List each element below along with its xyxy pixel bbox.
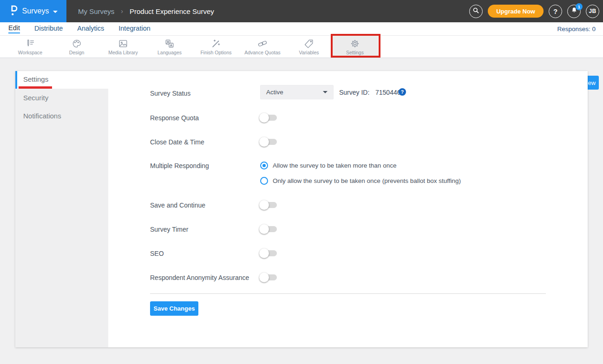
search-icon — [472, 7, 479, 16]
close-date-time-label: Close Date & Time — [150, 137, 204, 147]
save-and-continue-label: Save and Continue — [150, 201, 205, 210]
design-palette-icon — [72, 39, 82, 49]
close-date-time-toggle[interactable] — [260, 137, 277, 147]
settings-gear-icon — [350, 39, 360, 49]
response-quota-label: Response Quota — [150, 113, 199, 123]
toolbar-item-media-library[interactable]: Media Library — [100, 36, 146, 58]
settings-sidebar: Security Notifications — [15, 89, 108, 347]
chevron-down-icon — [53, 11, 58, 13]
multiple-responding-label: Multiple Responding — [150, 161, 209, 170]
radio-unselected-icon[interactable] — [260, 177, 268, 185]
tab-analytics[interactable]: Analytics — [77, 25, 104, 33]
response-quota-toggle[interactable] — [260, 113, 277, 123]
toolbar-label: Advance Quotas — [244, 50, 281, 55]
survey-status-value: Active — [266, 89, 283, 96]
chevron-down-icon — [323, 91, 328, 93]
sidebar-item-security[interactable]: Security — [15, 89, 108, 107]
toolbar-item-variables[interactable]: Variables — [286, 36, 332, 58]
variables-tag-icon — [304, 39, 314, 49]
seo-toggle[interactable] — [260, 248, 277, 258]
toggle-knob — [259, 248, 269, 258]
sidebar-item-notifications[interactable]: Notifications — [15, 107, 108, 125]
avatar-initials: JB — [589, 8, 596, 14]
questionpro-logo-icon — [9, 5, 18, 18]
survey-timer-toggle[interactable] — [260, 224, 277, 234]
question-mark-icon: ? — [553, 7, 557, 15]
sidebar-item-label: Security — [23, 94, 48, 102]
edit-toolbar: Workspace Design Media Library — [0, 36, 603, 58]
product-label: Surveys — [22, 7, 49, 15]
save-and-continue-toggle[interactable] — [260, 200, 277, 210]
active-item-blue-bar — [15, 71, 17, 89]
save-changes-button[interactable]: Save Changes — [150, 301, 198, 316]
tab-distribute[interactable]: Distribute — [34, 25, 63, 33]
toolbar-label: Media Library — [108, 50, 138, 55]
radio-option-only-once[interactable]: Only allow the survey to be taken once (… — [260, 176, 461, 185]
toolbar-label: Design — [69, 50, 85, 55]
radio-option-label: Only allow the survey to be taken once (… — [273, 177, 461, 184]
help-button[interactable]: ? — [549, 5, 562, 18]
toolbar-item-languages[interactable]: Languages — [146, 36, 193, 58]
languages-icon — [164, 39, 175, 49]
survey-id-value: 7150446 — [375, 89, 401, 96]
survey-tab-bar: Edit Distribute Analytics Integration Re… — [0, 22, 603, 36]
breadcrumb-survey-title: Product Experience Survey — [130, 7, 214, 15]
radio-selected-icon[interactable] — [260, 162, 268, 169]
toolbar-item-workspace[interactable]: Workspace — [7, 36, 53, 58]
toolbar-label: Settings — [346, 50, 364, 55]
breadcrumb-separator-icon: › — [121, 7, 123, 15]
toolbar-label: Workspace — [18, 50, 42, 55]
content-divider — [150, 293, 546, 294]
breadcrumb-my-surveys[interactable]: My Surveys — [78, 7, 114, 15]
toggle-knob — [259, 200, 269, 210]
finish-options-wand-icon — [211, 39, 221, 49]
toolbar-label: Finish Options — [200, 50, 231, 55]
toolbar-item-advance-quotas[interactable]: Advance Quotas — [239, 36, 286, 58]
questionpro-settings-screen: Surveys My Surveys › Product Experience … — [0, 0, 603, 364]
toolbar-label: Variables — [299, 50, 319, 55]
toolbar-label: Languages — [157, 50, 182, 55]
search-button[interactable] — [469, 5, 483, 18]
toggle-knob — [259, 273, 269, 282]
advance-quotas-link-icon — [257, 39, 268, 49]
workspace-icon — [25, 39, 35, 49]
tab-edit[interactable]: Edit — [8, 24, 20, 33]
toolbar-item-settings[interactable]: Settings — [332, 36, 378, 58]
toggle-knob — [259, 113, 269, 123]
toggle-knob — [259, 224, 269, 234]
avatar[interactable]: JB — [586, 5, 599, 18]
respondent-anonymity-label: Respondent Anonymity Assurance — [150, 273, 249, 282]
notifications-button[interactable]: 1 — [567, 5, 581, 18]
media-library-icon — [118, 39, 128, 49]
tab-integration[interactable]: Integration — [118, 25, 151, 33]
toggle-knob — [259, 137, 269, 147]
seo-label: SEO — [150, 249, 164, 258]
radio-option-allow-multiple[interactable]: Allow the survey to be taken more than o… — [260, 161, 396, 169]
upgrade-now-button[interactable]: Upgrade Now — [488, 5, 544, 18]
notification-count-badge: 1 — [576, 3, 583, 10]
toolbar-item-finish-options[interactable]: Finish Options — [193, 36, 239, 58]
breadcrumb: My Surveys › Product Experience Survey — [78, 0, 214, 22]
sidebar-item-label: Notifications — [23, 112, 61, 120]
header-actions: Upgrade Now ? 1 JB — [469, 0, 599, 22]
survey-status-label: Survey Status — [150, 89, 190, 98]
settings-card: Settings Security Notifications Survey S… — [15, 71, 588, 347]
survey-status-select[interactable]: Active — [260, 85, 334, 99]
radio-option-label: Allow the survey to be taken more than o… — [273, 162, 396, 169]
survey-id-label: Survey ID: — [339, 89, 369, 96]
toolbar-item-design[interactable]: Design — [53, 36, 100, 58]
sidebar-item-settings[interactable]: Settings — [15, 71, 108, 89]
product-switcher[interactable]: Surveys — [0, 0, 66, 22]
responses-count: Responses: 0 — [557, 22, 596, 36]
respondent-anonymity-toggle[interactable] — [260, 273, 277, 282]
top-header-bar: Surveys My Surveys › Product Experience … — [0, 0, 603, 22]
survey-id-help-icon[interactable]: ? — [399, 88, 406, 96]
survey-timer-label: Survey Timer — [150, 225, 188, 234]
sidebar-item-label: Settings — [23, 71, 48, 88]
